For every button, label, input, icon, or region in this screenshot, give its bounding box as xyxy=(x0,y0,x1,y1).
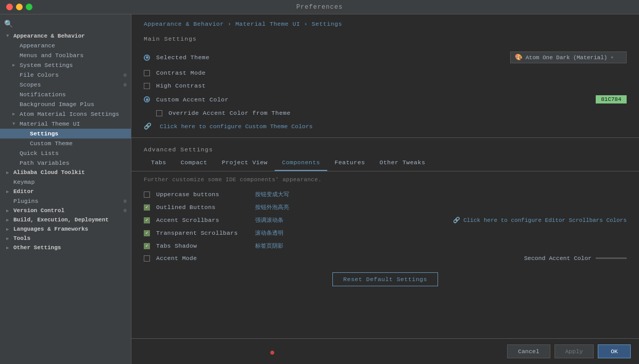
close-button[interactable] xyxy=(6,4,13,10)
sidebar-item-quick-lists[interactable]: Quick Lists xyxy=(0,148,131,158)
sidebar-item-tools[interactable]: ▶Tools xyxy=(0,234,131,243)
tab-tabs[interactable]: Tabs xyxy=(144,155,174,171)
sidebar-item-label: Custom Theme xyxy=(30,140,73,147)
sidebar-item-scopes[interactable]: Scopes⚙ xyxy=(0,80,131,90)
custom-accent-radio[interactable] xyxy=(144,96,150,102)
help-icon[interactable]: ● xyxy=(270,348,275,358)
sidebar-item-alibaba-cloud-toolkit[interactable]: ▶Alibaba Cloud Toolkit xyxy=(0,168,131,177)
window-title: Preferences xyxy=(296,4,343,11)
sidebar-item-label: Atom Material Icons Settings xyxy=(20,111,119,117)
arrow-icon: ▶ xyxy=(12,62,18,68)
reset-default-button[interactable]: Reset Default Settings xyxy=(332,272,438,286)
sidebar-item-label: Settings xyxy=(30,130,58,137)
arrow-icon: ▶ xyxy=(6,236,11,241)
maximize-button[interactable] xyxy=(26,4,32,10)
accent-mode-checkbox[interactable] xyxy=(144,255,150,262)
apply-button: Apply xyxy=(554,344,594,358)
component-row-transparent-scrollbars: Transparent Scrollbars滚动条透明 xyxy=(144,227,627,239)
sidebar-item-file-colors[interactable]: File Colors⚙ xyxy=(0,70,131,80)
tab-components[interactable]: Components xyxy=(275,155,327,171)
sidebar-item-label: Material Theme UI xyxy=(20,120,80,127)
sidebar-item-settings[interactable]: Settings xyxy=(0,129,131,138)
advanced-settings-title: Advanced Settings xyxy=(131,142,639,155)
theme-value: Atom One Dark (Material) xyxy=(526,55,607,61)
accent-scrollbars-checkbox[interactable] xyxy=(144,217,150,223)
selected-theme-label: Selected Theme xyxy=(156,54,504,61)
sidebar-item-path-variables[interactable]: Path Variables xyxy=(0,158,131,168)
sidebar-badge: ⚙ xyxy=(124,207,127,214)
sidebar-item-material-theme-ui[interactable]: ▼Material Theme UI xyxy=(0,119,131,129)
arrow-icon: ▶ xyxy=(6,217,11,223)
outlined-buttons-desc: 按钮外泡高亮 xyxy=(255,203,627,211)
search-bar[interactable]: 🔍 xyxy=(0,16,131,31)
second-accent-color: Second Accent Color xyxy=(524,255,627,262)
sidebar-item-keymap[interactable]: Keymap xyxy=(0,177,131,187)
arrow-icon: ▶ xyxy=(12,111,18,117)
main-settings-title: Main Settings xyxy=(131,31,639,48)
sidebar-item-atom-material-icons[interactable]: ▶Atom Material Icons Settings xyxy=(0,109,131,119)
contrast-mode-checkbox[interactable] xyxy=(144,70,150,76)
transparent-scrollbars-checkbox[interactable] xyxy=(144,230,150,236)
sidebar-item-label: Appearance xyxy=(20,42,55,49)
sidebar-item-appearance[interactable]: Appearance xyxy=(0,41,131,50)
accent-color-bar[interactable] xyxy=(596,257,627,259)
configure-link-row: 🔗 Click here to configure Custom Theme C… xyxy=(131,119,639,133)
tab-features[interactable]: Features xyxy=(327,155,372,171)
sidebar-item-label: Quick Lists xyxy=(20,150,59,157)
sidebar-item-other-settings[interactable]: ▶Other Settings xyxy=(0,243,131,252)
tab-other-tweaks[interactable]: Other Tweaks xyxy=(372,155,432,171)
accent-mode-label: Accent Mode xyxy=(156,255,249,262)
high-contrast-checkbox[interactable] xyxy=(144,83,150,89)
sidebar-item-label: Other Settings xyxy=(13,245,61,251)
component-row-outlined-buttons: Outlined Buttons按钮外泡高亮 xyxy=(144,201,627,214)
ok-button[interactable]: OK xyxy=(598,344,631,358)
custom-accent-label: Custom Accent Color xyxy=(156,96,590,103)
cancel-button[interactable]: Cancel xyxy=(507,344,550,358)
second-accent-label: Second Accent Color xyxy=(524,255,592,262)
content-area: Appearance & Behavior › Material Theme U… xyxy=(131,14,639,364)
sidebar-item-background-image-plus[interactable]: Background Image Plus xyxy=(0,99,131,109)
selected-theme-row: Selected Theme 🎨 Atom One Dark (Material… xyxy=(131,48,639,66)
tab-project-view[interactable]: Project View xyxy=(214,155,275,171)
tab-compact[interactable]: Compact xyxy=(174,155,215,171)
sidebar-item-menus-toolbars[interactable]: Menus and Toolbars xyxy=(0,50,131,60)
arrow-icon: ▶ xyxy=(6,189,11,195)
bottom-bar: ● Cancel Apply OK xyxy=(131,338,639,364)
tab-description: Further customize some IDE components' a… xyxy=(131,171,639,186)
sidebar-item-languages-frameworks[interactable]: ▶Languages & Frameworks xyxy=(0,224,131,234)
tabs-shadow-desc: 标签页阴影 xyxy=(255,242,627,250)
sidebar-item-system-settings[interactable]: ▶System Settings xyxy=(0,60,131,70)
theme-dropdown[interactable]: 🎨 Atom One Dark (Material) ▾ xyxy=(510,51,627,63)
sidebar-item-plugins[interactable]: Plugins⚙ xyxy=(0,196,131,206)
configure-custom-theme-link[interactable]: Click here to configure Custom Theme Col… xyxy=(160,123,313,130)
sidebar-item-label: Notifications xyxy=(20,91,66,98)
search-icon: 🔍 xyxy=(4,20,13,28)
divider xyxy=(131,137,639,138)
contrast-mode-label: Contrast Mode xyxy=(156,70,627,76)
sidebar-item-version-control[interactable]: ▶Version Control⚙ xyxy=(0,206,131,215)
color-swatch[interactable]: 81C784 xyxy=(596,95,627,103)
sidebar-item-editor[interactable]: ▶Editor xyxy=(0,187,131,196)
link-icon: 🔗 xyxy=(144,123,152,130)
sidebar-item-build-execution-deployment[interactable]: ▶Build, Execution, Deployment xyxy=(0,215,131,224)
main-content-wrapper: Appearance & Behavior › Material Theme U… xyxy=(131,14,639,323)
uppercase-buttons-checkbox[interactable] xyxy=(144,192,150,198)
window-controls[interactable] xyxy=(6,4,32,10)
sidebar-item-notifications[interactable]: Notifications xyxy=(0,90,131,99)
minimize-button[interactable] xyxy=(16,4,23,10)
sidebar-badge: ⚙ xyxy=(124,198,127,204)
outlined-buttons-checkbox[interactable] xyxy=(144,204,150,211)
custom-accent-color-row: Custom Accent Color 81C784 xyxy=(131,92,639,107)
arrow-icon: ▶ xyxy=(6,245,11,251)
transparent-scrollbars-label: Transparent Scrollbars xyxy=(156,230,249,236)
sidebar: 🔍 ▼Appearance & BehaviorAppearanceMenus … xyxy=(0,14,131,364)
sidebar-item-custom-theme[interactable]: Custom Theme xyxy=(0,138,131,148)
selected-theme-radio[interactable] xyxy=(144,55,150,61)
sidebar-item-appearance-behavior[interactable]: ▼Appearance & Behavior xyxy=(0,31,131,41)
accent-scrollbars-link[interactable]: 🔗 Click here to configure Editor Scrollb… xyxy=(453,217,627,223)
theme-icon: 🎨 xyxy=(515,54,523,61)
sidebar-item-label: Tools xyxy=(13,235,30,241)
sidebar-item-label: System Settings xyxy=(20,62,73,68)
tabs-shadow-checkbox[interactable] xyxy=(144,243,150,249)
override-accent-checkbox[interactable] xyxy=(156,110,162,116)
